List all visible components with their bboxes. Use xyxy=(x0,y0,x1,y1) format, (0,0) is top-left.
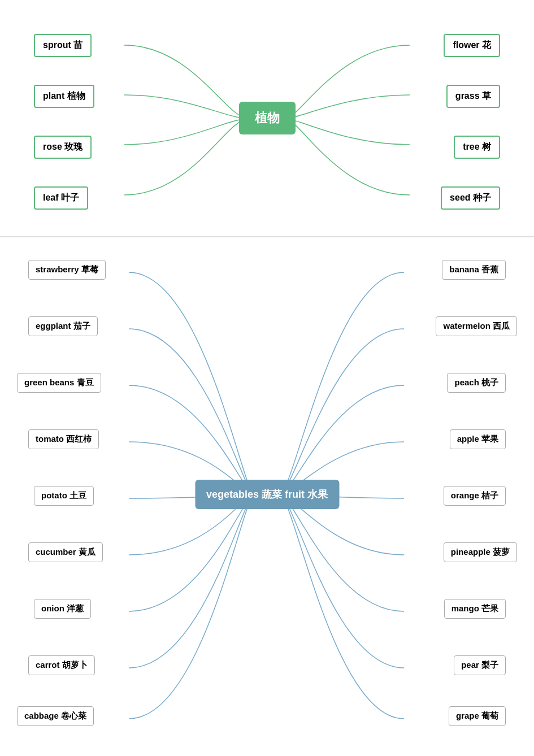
node-sprout: sprout 苗 xyxy=(34,34,92,57)
node-eggplant: eggplant 茄子 xyxy=(28,316,98,336)
node-greenbeans: green beans 青豆 xyxy=(17,373,101,393)
plants-center-node: 植物 xyxy=(239,102,296,134)
node-grass: grass 草 xyxy=(446,85,500,108)
node-strawberry: strawberry 草莓 xyxy=(28,260,106,280)
node-plant: plant 植物 xyxy=(34,85,94,108)
node-banana: banana 香蕉 xyxy=(442,260,506,280)
plants-section: 植物 sprout 苗 plant 植物 rose 玫瑰 leaf 叶子 flo… xyxy=(0,0,534,237)
node-cabbage: cabbage 卷心菜 xyxy=(17,706,94,726)
node-apple: apple 苹果 xyxy=(450,429,506,449)
vegfruit-center-node: vegetables 蔬菜 fruit 水果 xyxy=(195,480,339,509)
node-seed: seed 种子 xyxy=(441,186,500,210)
node-mango: mango 芒果 xyxy=(444,599,506,619)
diagram-container: 植物 sprout 苗 plant 植物 rose 玫瑰 leaf 叶子 flo… xyxy=(0,0,534,751)
node-onion: onion 洋葱 xyxy=(34,599,91,619)
node-leaf: leaf 叶子 xyxy=(34,186,88,210)
vegfruit-section: vegetables 蔬菜 fruit 水果 strawberry 草莓 egg… xyxy=(0,237,534,751)
node-pear: pear 梨子 xyxy=(454,655,506,675)
node-orange: orange 桔子 xyxy=(444,486,506,506)
node-flower: flower 花 xyxy=(444,34,500,57)
node-carrot: carrot 胡萝卜 xyxy=(28,655,95,675)
node-potato: potato 土豆 xyxy=(34,486,94,506)
node-tomato: tomato 西红柿 xyxy=(28,429,99,449)
node-cucumber: cucumber 黄瓜 xyxy=(28,542,103,562)
node-tree: tree 树 xyxy=(454,136,500,159)
node-pineapple: pineapple 菠萝 xyxy=(444,542,517,562)
node-watermelon: watermelon 西瓜 xyxy=(436,316,517,336)
node-peach: peach 桃子 xyxy=(447,373,506,393)
node-grape: grape 葡萄 xyxy=(449,706,506,726)
node-rose: rose 玫瑰 xyxy=(34,136,92,159)
